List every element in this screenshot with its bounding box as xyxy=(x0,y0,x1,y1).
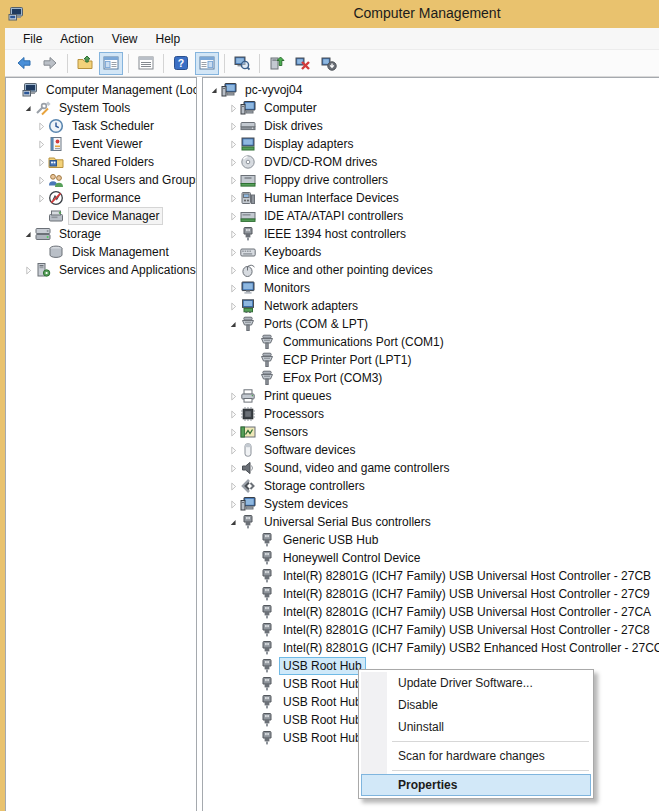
device-item-sound-video-and-game-controllers[interactable]: Sound, video and game controllers xyxy=(203,459,659,477)
expander-collapsed-icon[interactable] xyxy=(34,157,48,168)
action-pane-toggle-button[interactable] xyxy=(195,52,219,75)
sidebar-item-computer-management-local[interactable]: Computer Management (Local xyxy=(6,81,196,99)
disable-device-button[interactable] xyxy=(317,52,341,75)
sidebar-item-label: Performance xyxy=(68,189,145,207)
device-item-dvd-cd-rom-drives[interactable]: DVD/CD-ROM drives xyxy=(203,153,659,171)
expander-collapsed-icon[interactable] xyxy=(34,121,48,132)
expander-collapsed-icon[interactable] xyxy=(226,445,240,456)
back-icon xyxy=(16,55,32,71)
expander-collapsed-icon[interactable] xyxy=(226,247,240,258)
device-item-processors[interactable]: Processors xyxy=(203,405,659,423)
expander-collapsed-icon[interactable] xyxy=(226,463,240,474)
device-item-mice-and-other-pointing-devices[interactable]: Mice and other pointing devices xyxy=(203,261,659,279)
device-item-human-interface-devices[interactable]: Human Interface Devices xyxy=(203,189,659,207)
device-item-label: Ports (COM & LPT) xyxy=(260,315,372,333)
menu-help[interactable]: Help xyxy=(147,29,190,49)
device-item-intel-r-82801g-ich7-family-usb-universal[interactable]: Intel(R) 82801G (ICH7 Family) USB Univer… xyxy=(203,567,659,585)
device-item-ecp-printer-port-lpt1[interactable]: ECP Printer Port (LPT1) xyxy=(203,351,659,369)
menu-view[interactable]: View xyxy=(103,29,147,49)
expander-expanded-icon[interactable] xyxy=(21,103,35,114)
menu-action[interactable]: Action xyxy=(51,29,102,49)
device-item-label: Universal Serial Bus controllers xyxy=(260,513,435,531)
uninstall-device-button[interactable] xyxy=(291,52,315,75)
export-list-button[interactable] xyxy=(134,52,158,75)
device-item-floppy-drive-controllers[interactable]: Floppy drive controllers xyxy=(203,171,659,189)
expander-collapsed-icon[interactable] xyxy=(226,229,240,240)
scan-hardware-button[interactable] xyxy=(230,52,254,75)
device-item-sensors[interactable]: Sensors xyxy=(203,423,659,441)
device-item-ide-ata-atapi-controllers[interactable]: IDE ATA/ATAPI controllers xyxy=(203,207,659,225)
expander-collapsed-icon[interactable] xyxy=(226,283,240,294)
expander-collapsed-icon[interactable] xyxy=(226,157,240,168)
expander-collapsed-icon[interactable] xyxy=(34,139,48,150)
sidebar-item-shared-folders[interactable]: Shared Folders xyxy=(6,153,196,171)
expander-collapsed-icon[interactable] xyxy=(226,175,240,186)
sidebar-item-storage[interactable]: Storage xyxy=(6,225,196,243)
sidebar-item-performance[interactable]: Performance xyxy=(6,189,196,207)
device-item-network-adapters[interactable]: Network adapters xyxy=(203,297,659,315)
sidebar-item-task-scheduler[interactable]: Task Scheduler xyxy=(6,117,196,135)
expander-collapsed-icon[interactable] xyxy=(226,499,240,510)
title-bar[interactable]: Computer Management xyxy=(0,0,659,28)
sidebar-item-services-and-applications[interactable]: Services and Applications xyxy=(6,261,196,279)
expander-collapsed-icon[interactable] xyxy=(226,391,240,402)
expander-collapsed-icon[interactable] xyxy=(226,193,240,204)
menu-file[interactable]: File xyxy=(14,29,51,49)
expander-collapsed-icon[interactable] xyxy=(226,265,240,276)
expander-collapsed-icon[interactable] xyxy=(226,427,240,438)
expander-expanded-icon[interactable] xyxy=(207,85,221,96)
device-item-intel-r-82801g-ich7-family-usb2-enhanced[interactable]: Intel(R) 82801G (ICH7 Family) USB2 Enhan… xyxy=(203,639,659,657)
sidebar-item-system-tools[interactable]: System Tools xyxy=(6,99,196,117)
device-item-communications-port-com1[interactable]: Communications Port (COM1) xyxy=(203,333,659,351)
sidebar-item-device-manager[interactable]: Device Manager xyxy=(6,207,196,225)
device-item-print-queues[interactable]: Print queues xyxy=(203,387,659,405)
back-button[interactable] xyxy=(12,52,36,75)
expander-collapsed-icon[interactable] xyxy=(226,103,240,114)
device-item-ieee-1394-host-controllers[interactable]: IEEE 1394 host controllers xyxy=(203,225,659,243)
device-item-intel-r-82801g-ich7-family-usb-universal[interactable]: Intel(R) 82801G (ICH7 Family) USB Univer… xyxy=(203,585,659,603)
device-item-storage-controllers[interactable]: Storage controllers xyxy=(203,477,659,495)
sidebar-item-local-users-and-groups[interactable]: Local Users and Groups xyxy=(6,171,196,189)
expander-collapsed-icon[interactable] xyxy=(34,193,48,204)
help-button[interactable]: ? xyxy=(169,52,193,75)
expander-collapsed-icon[interactable] xyxy=(21,265,35,276)
device-item-pc-vyvoj04[interactable]: pc-vyvoj04 xyxy=(203,81,659,99)
context-menu-item-update-driver-software[interactable]: Update Driver Software... xyxy=(361,672,591,694)
device-item-display-adapters[interactable]: Display adapters xyxy=(203,135,659,153)
up-level-button[interactable] xyxy=(73,52,97,75)
context-menu-item-scan-for-hardware-changes[interactable]: Scan for hardware changes xyxy=(361,745,591,767)
expander-expanded-icon[interactable] xyxy=(226,517,240,528)
device-item-intel-r-82801g-ich7-family-usb-universal[interactable]: Intel(R) 82801G (ICH7 Family) USB Univer… xyxy=(203,621,659,639)
sidebar-item-disk-management[interactable]: Disk Management xyxy=(6,243,196,261)
device-item-intel-r-82801g-ich7-family-usb-universal[interactable]: Intel(R) 82801G (ICH7 Family) USB Univer… xyxy=(203,603,659,621)
device-item-ports-com-lpt[interactable]: Ports (COM & LPT) xyxy=(203,315,659,333)
expander-collapsed-icon[interactable] xyxy=(226,139,240,150)
forward-button[interactable] xyxy=(38,52,62,75)
context-menu-item-uninstall[interactable]: Uninstall xyxy=(361,716,591,738)
update-driver-button[interactable] xyxy=(265,52,289,75)
expander-collapsed-icon[interactable] xyxy=(226,301,240,312)
expander-collapsed-icon[interactable] xyxy=(34,175,48,186)
expander-collapsed-icon[interactable] xyxy=(226,481,240,492)
device-item-label: IEEE 1394 host controllers xyxy=(260,225,410,243)
device-item-keyboards[interactable]: Keyboards xyxy=(203,243,659,261)
device-item-honeywell-control-device[interactable]: Honeywell Control Device xyxy=(203,549,659,567)
expander-expanded-icon[interactable] xyxy=(21,229,35,240)
expander-collapsed-icon[interactable] xyxy=(226,409,240,420)
device-item-software-devices[interactable]: Software devices xyxy=(203,441,659,459)
device-item-disk-drives[interactable]: Disk drives xyxy=(203,117,659,135)
device-item-monitors[interactable]: Monitors xyxy=(203,279,659,297)
context-menu-item-properties[interactable]: Properties xyxy=(361,774,591,796)
expander-collapsed-icon[interactable] xyxy=(226,211,240,222)
device-item-system-devices[interactable]: System devices xyxy=(203,495,659,513)
toolbar-separator xyxy=(128,54,129,73)
expander-expanded-icon[interactable] xyxy=(226,319,240,330)
device-item-efox-port-com3[interactable]: EFox Port (COM3) xyxy=(203,369,659,387)
expander-collapsed-icon[interactable] xyxy=(226,121,240,132)
sidebar-item-event-viewer[interactable]: Event Viewer xyxy=(6,135,196,153)
device-item-universal-serial-bus-controllers[interactable]: Universal Serial Bus controllers xyxy=(203,513,659,531)
context-menu-item-disable[interactable]: Disable xyxy=(361,694,591,716)
console-tree-toggle-button[interactable] xyxy=(99,52,123,75)
device-item-computer[interactable]: Computer xyxy=(203,99,659,117)
device-item-generic-usb-hub[interactable]: Generic USB Hub xyxy=(203,531,659,549)
